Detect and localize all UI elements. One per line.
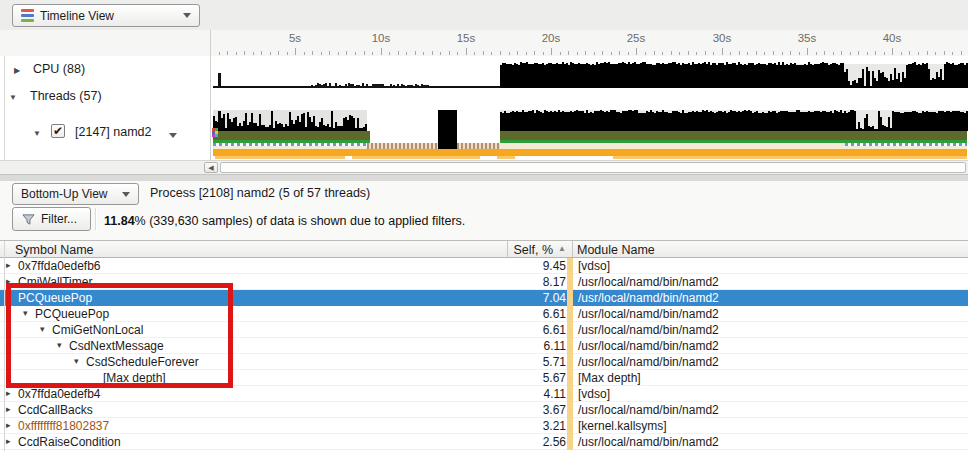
table-row-cmiwalltimer[interactable]: ▸ CmiWallTimer 8.17 /usr/local/namd/bin/… (0, 274, 968, 290)
bottom-view-toolbar: Bottom-Up View Process [2108] namd2 (5 o… (0, 181, 968, 207)
module-name: /usr/local/namd/bin/namd2 (578, 307, 719, 321)
module-name: /usr/local/namd/bin/namd2 (578, 291, 719, 305)
ruler-tick (321, 52, 322, 55)
ruler-tick (474, 52, 475, 55)
timeline-row-threads-label[interactable]: Threads (57) (30, 89, 102, 103)
expand-icon[interactable]: ▸ (6, 388, 11, 398)
expand-icon[interactable]: ▸ (6, 420, 11, 430)
thread-bar (365, 124, 367, 131)
scrollbar-thumb[interactable] (220, 162, 966, 173)
ruler-tick (696, 52, 697, 55)
expand-icon[interactable]: ▾ (40, 324, 45, 334)
ruler-tick (790, 51, 791, 55)
ruler-tick (338, 52, 339, 55)
column-divider[interactable] (572, 241, 573, 257)
self-percent: 6.11 (470, 339, 566, 353)
column-header-symbol[interactable]: Symbol Name (15, 243, 94, 257)
ruler-tick (466, 48, 467, 55)
thread-expander-icon[interactable]: ▼ (33, 129, 41, 138)
table-left-border (4, 241, 5, 451)
table-row-ccdraisecondition[interactable]: ▸ CcdRaiseCondition 2.56 /usr/local/namd… (0, 434, 968, 450)
table-body: ▸ 0x7ffda0edefb6 9.45 [vdso] ▸ CmiWallTi… (0, 258, 968, 451)
ruler-tick (534, 51, 535, 55)
ruler-tick (304, 52, 305, 55)
sort-ascending-icon[interactable]: ▲ (558, 244, 566, 253)
module-name: [Max depth] (578, 371, 641, 385)
table-row-ccdcallbacks[interactable]: ▸ CcdCallBacks 3.67 /usr/local/namd/bin/… (0, 402, 968, 418)
ruler-tick (253, 52, 254, 55)
timeline-hscrollbar[interactable]: ◀ (0, 160, 968, 175)
table-row-cmigetnonlocal[interactable]: ▾ CmiGetNonLocal 6.61 /usr/local/namd/bi… (0, 322, 968, 338)
timeline-divider (210, 30, 211, 160)
ruler-tick (884, 52, 885, 55)
filter-stats: 11.84% (339,630 samples) of data is show… (104, 214, 465, 228)
expand-icon[interactable]: ▾ (57, 340, 62, 350)
ruler-tick (782, 52, 783, 55)
thread-checkbox[interactable]: ✔ (51, 124, 65, 138)
band-light-orange (352, 156, 480, 159)
symbol-name: 0x7ffda0edefb6 (18, 259, 101, 273)
self-bar (567, 434, 573, 450)
expand-icon[interactable]: ▾ (74, 356, 79, 366)
ruler-tick (219, 52, 220, 55)
table-row-csdnextmessage[interactable]: ▾ CsdNextMessage 6.11 /usr/local/namd/bi… (0, 338, 968, 354)
ruler-tick (500, 51, 501, 55)
ruler-tick-label: 40s (872, 32, 912, 44)
expand-icon[interactable]: ▸ (6, 260, 11, 270)
self-bar (567, 322, 573, 338)
filter-button[interactable]: Filter... (12, 207, 91, 231)
table-row-csdscheduleforever[interactable]: ▾ CsdScheduleForever 5.71 /usr/local/nam… (0, 354, 968, 370)
symbol-name: PCQueuePop (18, 291, 92, 305)
ruler-tick (227, 51, 228, 55)
module-name: /usr/local/namd/bin/namd2 (578, 339, 719, 353)
threads-expander-icon[interactable]: ▼ (9, 93, 17, 102)
cpu-expander-icon[interactable]: ▶ (14, 66, 20, 75)
expand-icon[interactable]: ▾ (23, 308, 28, 318)
self-bar (567, 402, 573, 418)
view-selector-timeline[interactable]: Timeline View (12, 4, 200, 27)
scroll-left-button[interactable]: ◀ (204, 162, 218, 173)
column-divider[interactable] (507, 241, 508, 257)
ruler-tick (841, 51, 842, 55)
ruler-tick (671, 51, 672, 55)
ruler-tick (799, 52, 800, 55)
ruler-tick (398, 51, 399, 55)
table-row-pcqueuepop[interactable]: ▾ PCQueuePop 7.04 /usr/local/namd/bin/na… (0, 290, 968, 306)
table-row-pcqueuepop[interactable]: ▾ PCQueuePop 6.61 /usr/local/namd/bin/na… (0, 306, 968, 322)
timeline-row-thread-label[interactable]: [2147] namd2 (75, 125, 151, 139)
ruler-tick (654, 51, 655, 55)
ruler-tick-label: 5s (275, 32, 315, 44)
table-row--max-depth-[interactable]: [Max depth] 5.67 [Max depth] (0, 370, 968, 386)
ruler-tick (415, 51, 416, 55)
thread-options-caret-icon[interactable] (169, 133, 177, 142)
expand-icon[interactable]: ▸ (6, 276, 11, 286)
column-header-module[interactable]: Module Name (577, 243, 655, 257)
thread-mini-pixels (215, 134, 218, 137)
timeline-row-cpu-label[interactable]: CPU (88) (33, 62, 85, 76)
table-row-0x7ffda0edefb6[interactable]: ▸ 0x7ffda0edefb6 9.45 [vdso] (0, 258, 968, 274)
module-name: /usr/local/namd/bin/namd2 (578, 403, 719, 417)
ruler-tick (858, 51, 859, 55)
symbol-name: PCQueuePop (35, 307, 109, 321)
ruler-tick (722, 48, 723, 55)
table-row-0xffffffff81802837[interactable]: ▸ 0xffffffff81802837 3.21 [kernel.kallsy… (0, 418, 968, 434)
ruler-tick (602, 51, 603, 55)
ruler-tick (577, 52, 578, 55)
timeline-canvas[interactable] (210, 56, 968, 160)
view-selector-bottom-up[interactable]: Bottom-Up View (12, 183, 139, 205)
thread-burst-block (438, 110, 457, 149)
expand-icon[interactable]: ▸ (6, 436, 11, 446)
table-row-0x7ffda0edefb4[interactable]: ▸ 0x7ffda0edefb4 4.11 [vdso] (0, 386, 968, 402)
ruler-tick (961, 51, 962, 55)
ruler-tick (773, 51, 774, 55)
band-olive (500, 131, 967, 140)
expand-icon[interactable]: ▾ (6, 292, 11, 302)
ruler-tick (619, 51, 620, 55)
ruler-tick (901, 52, 902, 55)
expand-icon[interactable]: ▸ (6, 404, 11, 414)
ruler-tick (585, 51, 586, 55)
self-bar (567, 274, 573, 290)
ruler-tick (594, 52, 595, 55)
ruler-tick (287, 52, 288, 55)
ruler-tick (747, 52, 748, 55)
